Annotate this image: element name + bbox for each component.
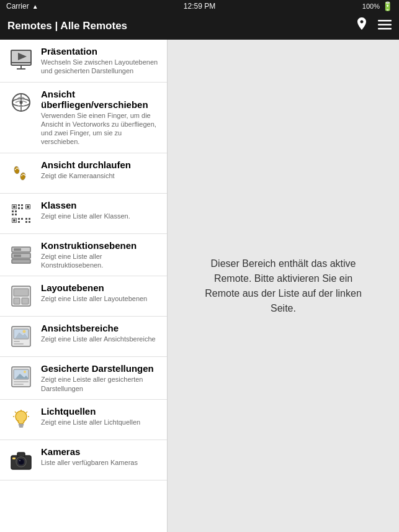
battery-label: 100% — [362, 2, 380, 10]
menu-icon[interactable] — [378, 19, 392, 33]
svg-line-72 — [15, 412, 16, 413]
svg-rect-0 — [378, 20, 392, 22]
svg-rect-66 — [14, 384, 24, 385]
item-subtitle-ansicht-ueberfliegen: Verwenden Sie einen Finger, um die Ansic… — [41, 111, 159, 147]
item-subtitle-ansichtsbereiche: Zeigt eine Liste aller Ansichtsbereiche — [41, 335, 159, 343]
item-text-klassen: Klassen Zeigt eine Liste aller Klassen. — [41, 200, 159, 220]
svg-rect-54 — [22, 298, 29, 304]
content-area: Dieser Bereich enthält das aktive Remote… — [168, 40, 399, 532]
svg-rect-60 — [14, 343, 24, 345]
svg-rect-41 — [25, 218, 27, 220]
walk-through-icon — [7, 160, 35, 187]
construction-layers-icon — [7, 240, 35, 268]
item-title-praesentation: Präsentation — [41, 46, 159, 56]
content-message: Dieser Bereich enthält das aktive Remote… — [197, 256, 370, 316]
signal-icon: ▲ — [32, 3, 38, 10]
item-subtitle-gesicherte-darstellungen: Zeigt eine Leiste aller gesicherten Dars… — [41, 375, 159, 393]
svg-rect-1 — [378, 24, 392, 26]
sidebar-item-konstruktionsebenen[interactable]: Konstruktionsebenen Zeigt eine Liste all… — [0, 234, 167, 277]
item-text-layoutebenen: Layoutebenen Zeigt eine Liste aller Layo… — [41, 282, 159, 303]
item-subtitle-konstruktionsebenen: Zeigt eine Liste aller Konstruktiosebene… — [41, 252, 159, 270]
sidebar-item-gesicherte-darstellungen[interactable]: Gesicherte Darstellungen Zeigt eine Leis… — [0, 357, 167, 400]
item-title-konstruktionsebenen: Konstruktionsebenen — [41, 240, 159, 251]
status-left: Carrier ▲ — [6, 2, 38, 11]
fly-over-icon — [7, 89, 35, 116]
nav-title: Remotes | Alle Remotes — [7, 20, 127, 32]
sidebar-item-lichtquellen[interactable]: Lichtquellen Zeigt eine Liste aller Lich… — [0, 400, 167, 440]
item-text-ansicht-ueberfliegen: Ansicht überfliegen/verschieben Verwende… — [41, 89, 159, 147]
sidebar-item-kameras[interactable]: Kameras Liste aller verfügbaren Kameras — [0, 440, 167, 480]
svg-rect-43 — [18, 221, 20, 223]
item-subtitle-lichtquellen: Zeigt eine Liste aller Lichtquellen — [41, 418, 159, 426]
svg-rect-48 — [12, 259, 30, 263]
svg-point-64 — [24, 371, 26, 373]
sidebar-item-praesentation[interactable]: Präsentation Wechseln Sie zwischen Layou… — [0, 40, 167, 83]
status-time: 12:59 PM — [184, 2, 215, 11]
item-subtitle-klassen: Zeigt eine Liste aller Klassen. — [41, 212, 159, 220]
sidebar-item-ansichtsbereiche[interactable]: Ansichtsbereiche Zeigt eine Liste aller … — [0, 317, 167, 357]
svg-rect-69 — [19, 426, 23, 428]
status-right: 100% 🔋 — [362, 1, 393, 11]
item-text-lichtquellen: Lichtquellen Zeigt eine Liste aller Lich… — [41, 406, 159, 426]
svg-rect-50 — [14, 255, 21, 257]
svg-line-71 — [26, 412, 27, 413]
item-subtitle-layoutebenen: Zeigt eine Liste aller Layoutebenen — [41, 294, 159, 303]
svg-rect-31 — [12, 214, 14, 215]
item-title-ansicht-ueberfliegen: Ansicht überfliegen/verschieben — [41, 89, 159, 110]
svg-rect-45 — [29, 221, 30, 223]
svg-rect-44 — [25, 221, 27, 223]
item-title-layoutebenen: Layoutebenen — [41, 282, 159, 293]
saved-views-icon — [7, 363, 35, 390]
svg-rect-32 — [15, 214, 17, 215]
svg-rect-28 — [21, 207, 23, 209]
svg-rect-2 — [378, 28, 392, 30]
item-subtitle-praesentation: Wechseln Sie zwischen Layoutebenen und g… — [41, 58, 159, 76]
svg-point-17 — [20, 172, 26, 180]
item-subtitle-ansicht-durchlaufen: Zeigt die Kameraansicht — [41, 171, 159, 180]
item-text-praesentation: Präsentation Wechseln Sie zwischen Layou… — [41, 46, 159, 76]
svg-rect-25 — [18, 204, 20, 206]
sidebar-item-ansicht-ueberfliegen[interactable]: Ansicht überfliegen/verschieben Verwende… — [0, 83, 167, 153]
svg-rect-52 — [14, 289, 29, 296]
svg-point-79 — [19, 459, 24, 464]
item-title-gesicherte-darstellungen: Gesicherte Darstellungen — [41, 363, 159, 374]
svg-rect-35 — [27, 205, 29, 208]
item-text-ansicht-durchlaufen: Ansicht durchlaufen Zeigt die Kameraansi… — [41, 160, 159, 180]
svg-rect-24 — [13, 205, 16, 208]
carrier-label: Carrier — [6, 2, 29, 11]
cameras-icon — [7, 446, 35, 474]
sidebar-item-layoutebenen[interactable]: Layoutebenen Zeigt eine Liste aller Layo… — [0, 276, 167, 317]
item-title-ansichtsbereiche: Ansichtsbereiche — [41, 323, 159, 333]
svg-rect-65 — [14, 381, 29, 382]
item-title-kameras: Kameras — [41, 446, 159, 457]
svg-rect-81 — [12, 458, 16, 459]
svg-rect-29 — [12, 210, 14, 212]
status-bar: Carrier ▲ 12:59 PM 100% 🔋 — [0, 0, 399, 12]
item-text-kameras: Kameras Liste aller verfügbaren Kameras — [41, 446, 159, 467]
svg-point-11 — [20, 101, 23, 104]
svg-rect-26 — [21, 204, 23, 206]
svg-rect-38 — [13, 219, 16, 222]
main-layout: Präsentation Wechseln Sie zwischen Layou… — [0, 40, 399, 532]
svg-rect-53 — [14, 298, 20, 304]
item-subtitle-kameras: Liste aller verfügbaren Kameras — [41, 458, 159, 467]
svg-rect-42 — [29, 218, 30, 220]
viewports-icon — [7, 323, 35, 350]
layout-layers-icon — [7, 282, 35, 310]
nav-bar: Remotes | Alle Remotes — [0, 12, 399, 40]
battery-icon: 🔋 — [382, 1, 393, 11]
svg-rect-27 — [18, 207, 20, 209]
svg-point-58 — [23, 330, 26, 333]
item-text-konstruktionsebenen: Konstruktionsebenen Zeigt eine Liste all… — [41, 240, 159, 270]
item-text-ansichtsbereiche: Ansichtsbereiche Zeigt eine Liste aller … — [41, 323, 159, 343]
svg-point-12 — [14, 166, 20, 174]
svg-rect-76 — [17, 453, 25, 457]
sidebar-item-ansicht-durchlaufen[interactable]: Ansicht durchlaufen Zeigt die Kameraansi… — [0, 153, 167, 194]
classes-icon — [7, 200, 35, 227]
svg-rect-30 — [15, 210, 17, 212]
sidebar-item-klassen[interactable]: Klassen Zeigt eine Liste aller Klassen. — [0, 194, 167, 234]
svg-rect-39 — [18, 218, 20, 220]
location-icon[interactable] — [356, 17, 368, 34]
item-text-gesicherte-darstellungen: Gesicherte Darstellungen Zeigt eine Leis… — [41, 363, 159, 393]
svg-rect-68 — [19, 424, 24, 426]
